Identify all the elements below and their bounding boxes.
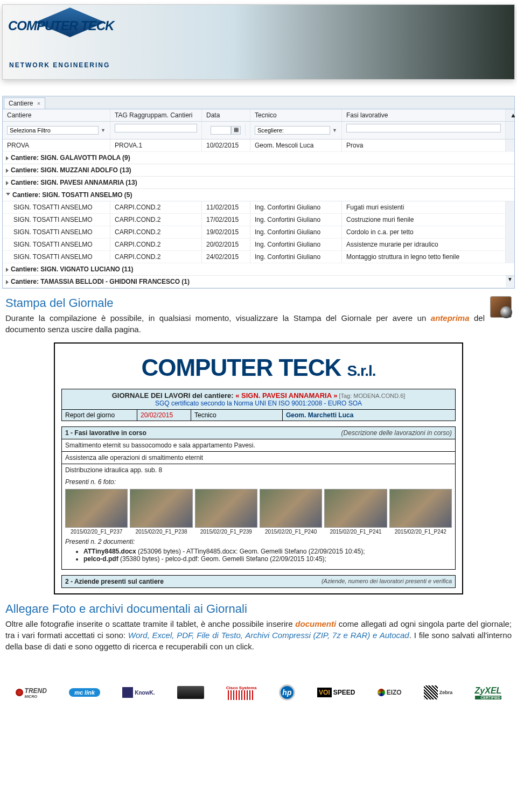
cell-tag: CARPI.COND.2	[110, 251, 202, 263]
cell-tag: CARPI.COND.2	[110, 226, 202, 238]
col-header-cantiere[interactable]: Cantiere	[3, 109, 110, 121]
report-body: Smaltimento eternit su bassocomodo e sal…	[61, 439, 456, 570]
logo-zyxel: ZyXELCERTIFIED	[475, 686, 502, 699]
logo-mclink: mc link	[69, 688, 100, 697]
col-header-tag[interactable]: TAG Raggruppam. Cantieri	[110, 109, 202, 121]
filter-cantiere-select[interactable]	[7, 126, 99, 135]
tab-strip: Cantiere ×	[3, 96, 514, 109]
footer-logos: TRENDMICRO mc link KnowK. Cisco Systems …	[4, 684, 513, 701]
group-label: Cantiere: SIGN. MUZZANI ADOLFO (13)	[11, 166, 131, 174]
table-row[interactable]: SIGN. TOSATTI ANSELMOCARPI.COND.217/02/2…	[3, 214, 514, 226]
scroll-up-icon[interactable]: ▲	[506, 109, 514, 121]
cell-tag: CARPI.COND.2	[110, 214, 202, 226]
filter-fasi-input[interactable]	[346, 124, 501, 132]
logo-linksys	[177, 686, 204, 699]
cell-cantiere: SIGN. TOSATTI ANSELMO	[3, 214, 110, 226]
photo-thumbnail[interactable]: 2015/02/20_F1_P242	[389, 489, 452, 535]
logo-zebra: Zebra	[424, 685, 453, 699]
preview-icon[interactable]	[490, 296, 512, 318]
logo-eizo: EIZO	[378, 689, 402, 696]
tab-cantiere[interactable]: Cantiere ×	[4, 97, 45, 109]
report-cantiere-name: « SIGN. PAVESI ANNAMARIA »	[235, 391, 337, 400]
cell-cantiere: SIGN. TOSATTI ANSELMO	[3, 239, 110, 250]
filter-tecnico-select[interactable]	[255, 126, 330, 135]
grid-header-row: Cantiere TAG Raggruppam. Cantieri Data T…	[3, 109, 514, 122]
photo-image	[195, 489, 257, 528]
tab-label: Cantiere	[9, 100, 33, 107]
section-stampa-giornale: Stampa del Giornale Durante la compilazi…	[5, 296, 512, 335]
cell-tecnico: Ing. Confortini Giuliano	[250, 226, 342, 238]
col-header-fasi[interactable]: Fasi lavorative	[342, 109, 506, 121]
header-banner: COMPUTER TECK NETWORK ENGINEERING	[2, 4, 515, 80]
filter-tag-input[interactable]	[115, 124, 197, 132]
photo-image	[260, 489, 322, 528]
report-logo: COMPUTER TECK S.r.l.	[61, 349, 456, 389]
table-row[interactable]: SIGN. TOSATTI ANSELMOCARPI.COND.211/02/2…	[3, 201, 514, 214]
chevron-right-icon	[6, 181, 9, 185]
group-label: Cantiere: SIGN. VIGNATO LUCIANO (11)	[11, 265, 134, 273]
table-row[interactable]: PROVA PROVA.1 10/02/2015 Geom. Mescoli L…	[3, 139, 514, 152]
cell-fasi: Cordolo in c.a. per tetto	[342, 226, 506, 238]
cell-fasi: Fugati muri esistenti	[342, 201, 506, 213]
table-row[interactable]: SIGN. TOSATTI ANSELMOCARPI.COND.224/02/2…	[3, 251, 514, 263]
report-body-line: Smaltimento eternit su bassocomodo e sal…	[62, 439, 455, 452]
photo-image	[65, 489, 128, 528]
col-header-data[interactable]: Data	[202, 109, 250, 121]
group-row-open[interactable]: Cantiere: SIGN. TOSATTI ANSELMO (5)	[3, 189, 514, 201]
logo-cisco: Cisco Systems	[226, 685, 257, 700]
photo-caption: 2015/02/20_F1_P240	[260, 529, 322, 535]
table-row[interactable]: SIGN. TOSATTI ANSELMOCARPI.COND.219/02/2…	[3, 226, 514, 239]
cell-data: 10/02/2015	[202, 139, 250, 151]
cell-data: 24/02/2015	[202, 251, 250, 263]
photo-caption: 2015/02/20_F1_P239	[195, 529, 257, 535]
group-row[interactable]: Cantiere: SIGN. VIGNATO LUCIANO (11)	[3, 263, 514, 276]
cell-data: 17/02/2015	[202, 214, 250, 226]
photo-thumbnail[interactable]: 2015/02/20_F1_P240	[260, 489, 322, 535]
section-paragraph: Durante la compilazione è possibile, in …	[5, 312, 512, 335]
table-row[interactable]: SIGN. TOSATTI ANSELMOCARPI.COND.220/02/2…	[3, 239, 514, 251]
emphasis-anteprima: anteprima	[431, 313, 470, 323]
cell-fasi: Prova	[342, 139, 506, 151]
cell-tecnico: Geom. Mescoli Luca	[250, 139, 342, 151]
group-row[interactable]: Cantiere: SIGN. MUZZANI ADOLFO (13)	[3, 164, 514, 177]
photo-thumbnail[interactable]: 2015/02/20_F1_P237	[65, 489, 128, 535]
chevron-right-icon	[6, 169, 9, 173]
photo-image	[324, 489, 387, 528]
cell-tecnico: Ing. Confortini Giuliano	[250, 251, 342, 263]
calendar-icon[interactable]: ▦	[231, 126, 241, 135]
group-row[interactable]: Cantiere: SIGN. PAVESI ANNAMARIA (13)	[3, 177, 514, 189]
report-header-box: GIORNALE DEI LAVORI del cantiere: « SIGN…	[61, 389, 456, 410]
report-body-line: Assistenza alle operazioni di smaltiment…	[62, 452, 455, 464]
cell-fasi: Montaggio struttura in legno tetto fieni…	[342, 251, 506, 263]
photo-thumbnail[interactable]: 2015/02/20_F1_P241	[324, 489, 387, 535]
photo-caption: 2015/02/20_F1_P242	[389, 529, 452, 535]
group-row[interactable]: Cantiere: SIGN. GALAVOTTI PAOLA (9)	[3, 152, 514, 164]
foto-count: Presenti n. 6 foto:	[65, 478, 452, 486]
chevron-right-icon	[6, 156, 9, 160]
logo-text: COMPUTER TECK	[8, 18, 114, 33]
report-section-2: 2 - Aziende presenti sul cantiere (Azien…	[61, 575, 456, 588]
photo-thumbnail[interactable]: 2015/02/20_F1_P239	[195, 489, 257, 535]
photo-image	[130, 489, 192, 528]
chevron-right-icon	[6, 280, 9, 284]
cell-cantiere: SIGN. TOSATTI ANSELMO	[3, 226, 110, 238]
close-icon[interactable]: ×	[37, 100, 40, 107]
cell-tag: CARPI.COND.2	[110, 201, 202, 213]
cell-tecnico: Ing. Confortini Giuliano	[250, 239, 342, 250]
document-item: pelco-d.pdf (35380 bytes) - pelco-d.pdf:…	[83, 555, 449, 563]
cell-tag: CARPI.COND.2	[110, 239, 202, 250]
report-body-line: Distribuzione idraulica app. sub. 8	[62, 464, 455, 476]
logo-hp: hp	[279, 684, 295, 701]
cell-tecnico: Ing. Confortini Giuliano	[250, 214, 342, 226]
filter-date-input[interactable]	[211, 126, 231, 135]
group-row[interactable]: Cantiere: TAMASSIA BELLODI - GHIDONI FRA…	[3, 276, 506, 288]
col-header-tecnico[interactable]: Tecnico	[250, 109, 342, 121]
report-date: 20/02/2015	[137, 410, 191, 421]
doc-count: Presenti n. 2 documenti:	[65, 538, 452, 545]
logo-voispeed: VOISPEED	[317, 688, 355, 697]
scroll-down-icon[interactable]: ▼	[506, 276, 514, 288]
section-title: Stampa del Giornale	[5, 296, 512, 310]
photo-thumbnail[interactable]: 2015/02/20_F1_P238	[130, 489, 192, 535]
chevron-down-icon	[6, 193, 10, 198]
report-tecnico: Geom. Marchetti Luca	[283, 410, 455, 421]
